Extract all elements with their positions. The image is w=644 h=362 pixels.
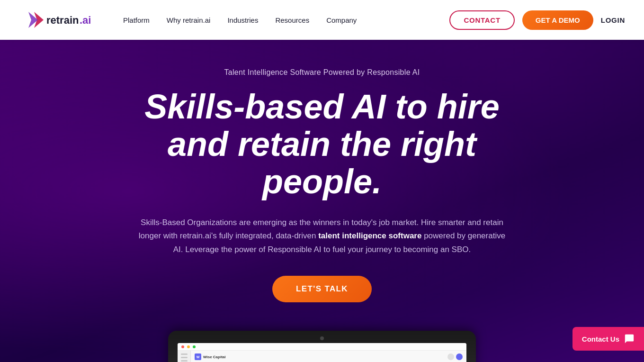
hero-content: Talent Intelligence Software Powered by …	[109, 40, 535, 362]
laptop-camera	[320, 336, 324, 340]
screen-main-content: W Wise Capital Talent Acquisition	[191, 351, 466, 362]
nav-company[interactable]: Company	[326, 16, 357, 24]
navbar-links: Platform Why retrain.ai Industries Resou…	[123, 16, 449, 24]
laptop-screen: W Wise Capital Talent Acquisition	[178, 343, 466, 362]
laptop-mockup: W Wise Capital Talent Acquisition	[168, 331, 476, 362]
svg-text:.ai: .ai	[80, 14, 91, 26]
navbar: retrain .ai Platform Why retrain.ai Indu…	[0, 0, 644, 40]
contact-widget[interactable]: Contact Us	[572, 327, 644, 351]
screen-dot-max	[193, 345, 196, 348]
screen-actions	[447, 353, 463, 360]
screen-sidebar	[178, 351, 191, 362]
svg-text:retrain: retrain	[46, 14, 79, 26]
company-name: Wise Capital	[203, 355, 226, 359]
logo[interactable]: retrain .ai	[19, 8, 95, 32]
get-demo-button[interactable]: GET A DEMO	[522, 10, 593, 30]
contact-button[interactable]: CONTACT	[449, 10, 514, 30]
chat-icon	[624, 334, 635, 344]
hero-desc-bold: talent intelligence software	[318, 231, 421, 240]
laptop-frame: W Wise Capital Talent Acquisition	[168, 331, 476, 362]
screen-company: W Wise Capital	[195, 353, 226, 360]
screen-header: W Wise Capital	[195, 353, 463, 360]
screen-dot-close	[181, 345, 184, 348]
nav-why[interactable]: Why retrain.ai	[167, 16, 211, 24]
hero-title: Skills-based AI to hire and retain the r…	[128, 88, 516, 201]
screen-sidebar-item	[181, 357, 188, 358]
screen-icon-btn	[447, 353, 454, 360]
screen-content: W Wise Capital Talent Acquisition	[178, 351, 466, 362]
screen-dot-min	[187, 345, 190, 348]
nav-platform[interactable]: Platform	[123, 16, 150, 24]
hero-subtitle: Talent Intelligence Software Powered by …	[128, 68, 516, 77]
login-button[interactable]: LOGIN	[601, 16, 625, 24]
screen-title-bar	[178, 343, 466, 351]
screen-sidebar-item	[181, 353, 188, 355]
screen-icon-btn	[456, 353, 463, 360]
hero-description: Skills-Based Organizations are emerging …	[137, 216, 507, 257]
hero-section: Talent Intelligence Software Powered by …	[0, 0, 644, 362]
screen-sidebar-item	[181, 360, 188, 362]
nav-industries[interactable]: Industries	[227, 16, 258, 24]
lets-talk-button[interactable]: LET'S TALK	[272, 276, 372, 302]
contact-widget-label: Contact Us	[582, 335, 619, 343]
navbar-actions: CONTACT GET A DEMO LOGIN	[449, 10, 625, 30]
nav-resources[interactable]: Resources	[275, 16, 309, 24]
company-icon: W	[195, 353, 201, 360]
